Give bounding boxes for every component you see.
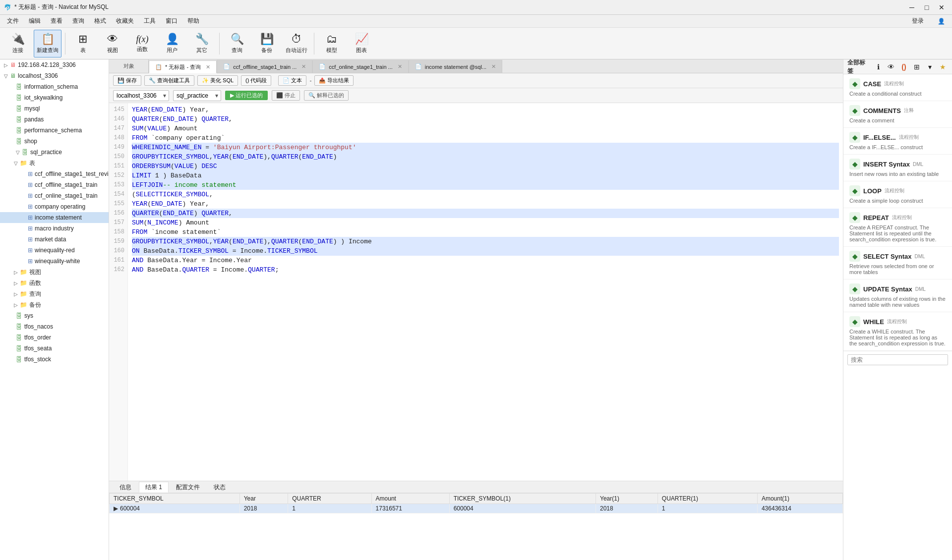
result-tab-config[interactable]: 配置文件 (170, 482, 206, 493)
chart-button[interactable]: 📈 图表 (348, 30, 375, 57)
snippet-item-while[interactable]: ◆ WHILE 流程控制 Create a WHILE construct. T… (843, 312, 952, 351)
tab-close-icon[interactable]: ✕ (206, 64, 210, 70)
db-pandas[interactable]: 🗄 pandas (0, 114, 109, 125)
autorun-button[interactable]: ⏱ 自动运行 (283, 30, 310, 57)
query-button[interactable]: 🔍 查询 (223, 30, 251, 57)
tab-ccf-offline[interactable]: 📄 ccf_offline_stage1_train ... ✕ (217, 60, 312, 73)
info-icon-btn[interactable]: ℹ (873, 61, 884, 72)
right-panel-header: 全部标签 ℹ 👁 () ⊞ ▾ ★ (843, 59, 952, 74)
menu-window[interactable]: 窗口 (161, 16, 182, 26)
db-label: shop (24, 138, 37, 145)
result-tab-info[interactable]: 信息 (113, 482, 138, 493)
db-shop[interactable]: 🗄 shop (0, 136, 109, 147)
text-button[interactable]: 📄 文本 (278, 75, 306, 86)
tables-folder[interactable]: ▽ 📁 表 (0, 158, 109, 168)
db-tfos-nacos[interactable]: 🗄 tfos_nacos (0, 321, 109, 332)
menu-format[interactable]: 格式 (89, 16, 111, 26)
db-information-schema[interactable]: 🗄 information_schema (0, 81, 109, 92)
table-winequality-red[interactable]: ⊞ winequality-red (0, 245, 109, 256)
table-company-operating[interactable]: ⊞ company operating (0, 201, 109, 212)
tab-close-icon[interactable]: ✕ (491, 63, 496, 70)
function-button[interactable]: f(x) 函数 (128, 30, 156, 57)
code-content[interactable]: YEAR(END_DATE) Year, QUARTER(END_DATE) Q… (128, 103, 843, 481)
server1-label: 192.168.42.128_3306 (18, 61, 76, 68)
code-icon-btn[interactable]: () (898, 61, 909, 72)
table-market-data[interactable]: ⊞ market data (0, 234, 109, 245)
snippet-item-insert[interactable]: ◆ INSERT Syntax DML Insert new rows into… (843, 155, 952, 181)
other-button[interactable]: 🔧 其它 (188, 30, 216, 57)
sql-editor[interactable]: 1451461471481491501511521531541551561571… (109, 103, 843, 481)
query-builder-button[interactable]: 🔧 查询创建工具 (144, 75, 194, 86)
table-income-statement[interactable]: ⊞ income statement (0, 212, 109, 223)
search-input[interactable] (847, 354, 948, 365)
db-performance-schema[interactable]: 🗄 performance_schema (0, 125, 109, 136)
db-mysql[interactable]: 🗄 mysql (0, 103, 109, 114)
snippet-item-repeat[interactable]: ◆ REPEAT 流程控制 Create A REPEAT construct.… (843, 208, 952, 247)
tab-income[interactable]: 📄 income statement @sql... ✕ (409, 60, 502, 73)
db-sql-practice[interactable]: ▽ 🗄 sql_practice (0, 147, 109, 158)
menu-help[interactable]: 帮助 (182, 16, 204, 26)
connect-button[interactable]: 🔌 连接 (4, 30, 32, 57)
backup-folder[interactable]: ▷ 📁 备份 (0, 299, 109, 310)
close-button[interactable]: ✕ (935, 2, 948, 12)
run-selected-button[interactable]: ▶ 运行已选的 (225, 91, 268, 100)
table-ccf-online-train[interactable]: ⊞ ccf_online_stage1_train (0, 190, 109, 201)
table-macro-industry[interactable]: ⊞ macro industry (0, 223, 109, 234)
menu-favorites[interactable]: 收藏夹 (111, 16, 139, 26)
model-button[interactable]: 🗂 模型 (318, 30, 346, 57)
code-snippet-button[interactable]: () 代码段 (241, 75, 271, 86)
menu-query[interactable]: 查询 (67, 16, 89, 26)
table-button[interactable]: ⊞ 表 (69, 30, 97, 57)
backup-button[interactable]: 💾 备份 (253, 30, 281, 57)
functions-folder[interactable]: ▷ 📁 函数 (0, 278, 109, 288)
tab-close-icon[interactable]: ✕ (301, 63, 306, 70)
snippet-item-loop[interactable]: ◆ LOOP 流程控制 Create a simple loop constru… (843, 181, 952, 208)
menu-tools[interactable]: 工具 (139, 16, 161, 26)
server-selector[interactable]: localhost_3306 (113, 90, 169, 101)
db-tfos-seata[interactable]: 🗄 tfos_seata (0, 343, 109, 354)
server2-item[interactable]: ▽ 🖥 localhost_3306 (0, 70, 109, 81)
stop-button[interactable]: ⬛ 停止 (272, 90, 300, 101)
grid-icon-btn[interactable]: ⊞ (911, 61, 922, 72)
db-iot-skywalking[interactable]: 🗄 iot_skywalking (0, 92, 109, 103)
table-row[interactable]: ▶600004201811731657160000420181436436314 (110, 504, 843, 513)
views-folder[interactable]: ▷ 📁 视图 (0, 267, 109, 278)
menu-edit[interactable]: 编辑 (24, 16, 46, 26)
snippet-item-comments[interactable]: ◆ COMMENTS 注释 Create a comment (843, 101, 952, 128)
table-ccf-offline-train[interactable]: ⊞ ccf_offline_stage1_train (0, 179, 109, 190)
menu-view[interactable]: 查看 (46, 16, 67, 26)
login-button[interactable]: 登录 (907, 16, 929, 26)
snippet-item-update[interactable]: ◆ UPDATE Syntax DML Updates columns of e… (843, 280, 952, 312)
beautify-sql-button[interactable]: ✨ 美化 SQL (197, 75, 238, 86)
table-winequality-white[interactable]: ⊞ winequality-white (0, 256, 109, 267)
new-query-button[interactable]: 📋 新建查询 (34, 30, 61, 57)
db-tfos-stock[interactable]: 🗄 tfos_stock (0, 354, 109, 365)
tab-ccf-online[interactable]: 📄 ccf_online_stage1_train ... ✕ (312, 60, 408, 73)
snippet-item-select[interactable]: ◆ SELECT Syntax DML Retrieve rows select… (843, 247, 952, 280)
queries-folder[interactable]: ▷ 📁 查询 (0, 288, 109, 299)
chevron-down-icon[interactable]: ▾ (924, 61, 935, 72)
maximize-button[interactable]: □ (920, 2, 933, 12)
menu-file[interactable]: 文件 (2, 16, 24, 26)
view-button[interactable]: 👁 视图 (99, 30, 126, 57)
tab-untitled[interactable]: 📋 * 无标题 - 查询 ✕ (149, 60, 217, 73)
database-selector[interactable]: sql_practice (173, 90, 221, 101)
db-sys[interactable]: 🗄 sys (0, 310, 109, 321)
tab-close-icon[interactable]: ✕ (398, 63, 402, 70)
snippet-item-ifelse[interactable]: ◆ IF...ELSE... 流程控制 Create a IF...ELSE..… (843, 128, 952, 155)
minimize-button[interactable]: ─ (905, 2, 918, 12)
db-icon: 🗄 (16, 94, 22, 102)
save-button[interactable]: 💾 保存 (113, 75, 141, 86)
eye-icon-btn[interactable]: 👁 (886, 61, 896, 72)
filter-icon-btn[interactable]: ★ (937, 61, 948, 72)
explain-button[interactable]: 🔍 解释已选的 (304, 90, 349, 101)
snippet-item-case[interactable]: ◆ CASE 流程控制 Create a conditional constru… (843, 74, 952, 101)
object-tab[interactable]: 对象 (109, 59, 149, 73)
server1-item[interactable]: ▷ 🖥 192.168.42.128_3306 (0, 59, 109, 70)
result-tab-status[interactable]: 状态 (207, 482, 232, 493)
export-button[interactable]: 📤 导出结果 (314, 75, 354, 86)
db-tfos-order[interactable]: 🗄 tfos_order (0, 332, 109, 343)
table-ccf-offline-test[interactable]: ⊞ ccf_offline_stage1_test_revised (0, 168, 109, 179)
result-tab-1[interactable]: 结果 1 (139, 482, 169, 493)
user-button[interactable]: 👤 用户 (158, 30, 186, 57)
